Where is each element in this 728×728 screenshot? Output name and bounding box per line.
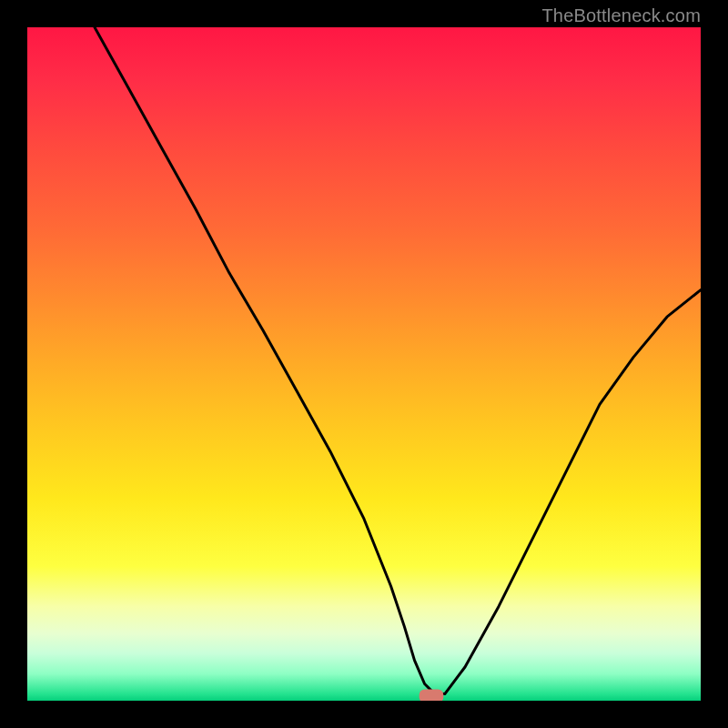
bottleneck-curve [95,27,701,694]
minimum-marker [420,689,444,701]
chart-frame: TheBottleneck.com [0,0,728,728]
plot-area [27,27,701,701]
curve-layer [27,27,701,701]
watermark-text: TheBottleneck.com [541,5,701,26]
